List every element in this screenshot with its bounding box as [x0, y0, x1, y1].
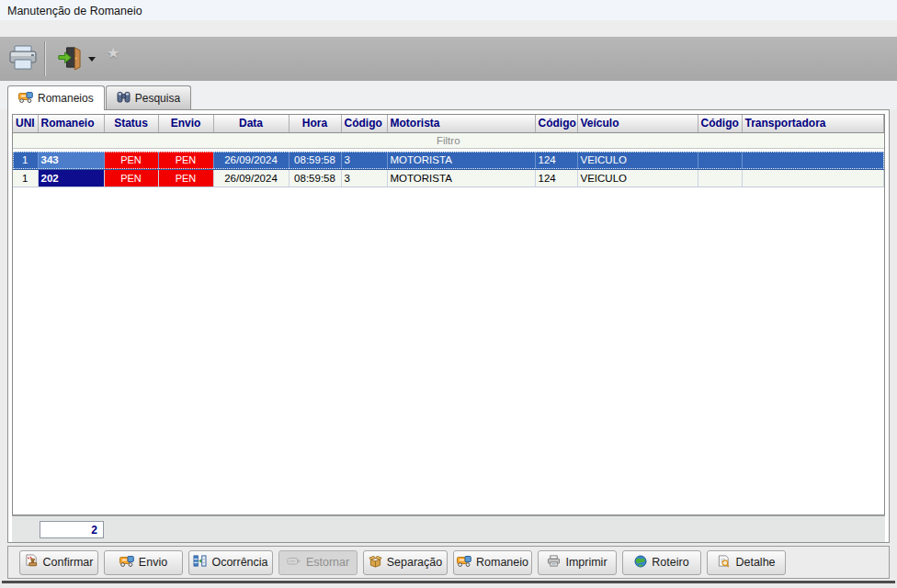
cell-veiculo: VEICULO: [577, 152, 698, 169]
tab-pesquisa-label: Pesquisa: [135, 92, 180, 105]
romaneios-grid: UNI Romaneio Status Envio Data Hora Códi…: [12, 114, 885, 515]
truck-icon: [457, 556, 471, 570]
col-header-uni[interactable]: UNI: [13, 115, 38, 132]
main-toolbar: ★: [0, 37, 897, 81]
col-header-data[interactable]: Data: [213, 115, 289, 132]
tab-romaneios[interactable]: Romaneios: [7, 85, 105, 110]
grid-header-row: UNI Romaneio Status Envio Data Hora Códi…: [13, 115, 884, 132]
roteiro-label: Roteiro: [652, 556, 688, 569]
grid-footer: 2: [12, 515, 885, 542]
col-header-romaneio[interactable]: Romaneio: [38, 115, 104, 132]
action-button-bar: Confirmar Envio Ocorrência: [7, 546, 890, 579]
cell-uni: 1: [13, 152, 38, 169]
detalhe-label: Detalhe: [735, 556, 775, 569]
grid-filter-row[interactable]: Filtro: [13, 132, 884, 148]
exit-door-icon: [57, 45, 82, 73]
ocorrencia-button[interactable]: Ocorrência: [188, 550, 273, 575]
cell-codigo-transportadora: [698, 169, 742, 187]
toolbar-separator: [44, 41, 46, 76]
tab-pesquisa[interactable]: Pesquisa: [106, 85, 191, 109]
cell-romaneio: 202: [38, 169, 104, 187]
printer-icon: [8, 45, 38, 74]
open-box-icon: [369, 555, 382, 571]
binoculars-icon: [117, 91, 131, 106]
cell-hora: 08:59:58: [289, 169, 341, 187]
cell-uni: 1: [13, 169, 38, 187]
cell-codigo-motorista: 3: [341, 169, 387, 187]
col-header-transportadora[interactable]: Transportadora: [742, 115, 884, 132]
estornar-button: Estornar: [278, 550, 358, 575]
confirmar-button[interactable]: Confirmar: [19, 550, 98, 575]
cell-codigo-transportadora: [698, 152, 742, 169]
stamp-document-icon: [25, 554, 39, 571]
cell-codigo-veiculo: 124: [535, 152, 577, 169]
imprimir-button[interactable]: Imprimir: [538, 550, 617, 575]
cell-status: PEN: [104, 169, 158, 187]
dropdown-caret-icon[interactable]: [88, 57, 96, 62]
envio-button[interactable]: Envio: [104, 550, 183, 575]
columns-arrow-icon: [193, 555, 207, 570]
confirmar-label: Confirmar: [43, 556, 94, 569]
window-title: Manutenção de Romaneio: [7, 5, 142, 17]
cell-status: PEN: [104, 152, 158, 169]
cell-codigo-veiculo: 124: [535, 169, 577, 187]
tab-romaneios-label: Romaneios: [38, 92, 94, 105]
cell-romaneio: 343: [38, 152, 104, 169]
filter-label: Filtro: [13, 132, 884, 148]
cell-motorista: MOTORISTA: [387, 169, 535, 187]
cell-motorista: MOTORISTA: [387, 152, 535, 169]
romaneio-button[interactable]: Romaneio: [453, 550, 532, 575]
col-header-status[interactable]: Status: [104, 115, 158, 132]
record-count-box: 2: [40, 521, 104, 538]
favorite-star-icon[interactable]: ★: [107, 44, 119, 62]
col-header-codigo-transportadora[interactable]: Código: [698, 115, 742, 132]
col-header-motorista[interactable]: Motorista: [387, 115, 535, 132]
imprimir-label: Imprimir: [565, 556, 607, 569]
estornar-label: Estornar: [306, 556, 349, 569]
cell-codigo-motorista: 3: [341, 152, 387, 169]
globe-icon: [634, 555, 647, 571]
window-bottom-frame: [2, 581, 895, 583]
reverse-truck-icon: [287, 556, 301, 570]
roteiro-button[interactable]: Roteiro: [622, 550, 701, 575]
romaneios-panel: UNI Romaneio Status Envio Data Hora Códi…: [7, 109, 890, 543]
magnifier-document-icon: [717, 555, 731, 571]
separacao-label: Separação: [387, 556, 442, 569]
table-row[interactable]: 1 343 PEN PEN 26/09/2024 08:59:58 3 MOTO…: [13, 152, 884, 169]
print-toolbar-button[interactable]: [6, 40, 40, 78]
cell-envio: PEN: [158, 152, 213, 169]
table-row[interactable]: 1 202 PEN PEN 26/09/2024 08:59:58 3 MOTO…: [13, 169, 884, 187]
truck-icon: [18, 92, 33, 106]
cell-hora: 08:59:58: [289, 152, 341, 169]
col-header-veiculo[interactable]: Veículo: [577, 115, 698, 132]
cell-transportadora: [742, 169, 884, 187]
col-header-hora[interactable]: Hora: [289, 115, 341, 132]
col-header-envio[interactable]: Envio: [158, 115, 213, 132]
window-title-bar: Manutenção de Romaneio: [0, 0, 897, 20]
cell-veiculo: VEICULO: [577, 169, 698, 187]
detalhe-button[interactable]: Detalhe: [707, 550, 786, 575]
tab-strip: Romaneios Pesquisa: [0, 81, 897, 109]
envio-label: Envio: [139, 556, 167, 569]
exit-toolbar-button[interactable]: [51, 40, 86, 78]
ocorrencia-label: Ocorrência: [211, 556, 267, 569]
truck-icon: [119, 556, 134, 570]
cell-data: 26/09/2024: [213, 169, 289, 187]
cell-transportadora: [742, 152, 884, 169]
printer-icon: [547, 555, 561, 570]
cell-envio: PEN: [158, 169, 213, 187]
separacao-button[interactable]: Separação: [363, 550, 448, 575]
romaneio-label: Romaneio: [476, 556, 528, 569]
title-substrip: [0, 20, 897, 37]
col-header-codigo-veiculo[interactable]: Código: [535, 115, 577, 132]
cell-data: 26/09/2024: [213, 152, 289, 169]
col-header-codigo-motorista[interactable]: Código: [341, 115, 387, 132]
